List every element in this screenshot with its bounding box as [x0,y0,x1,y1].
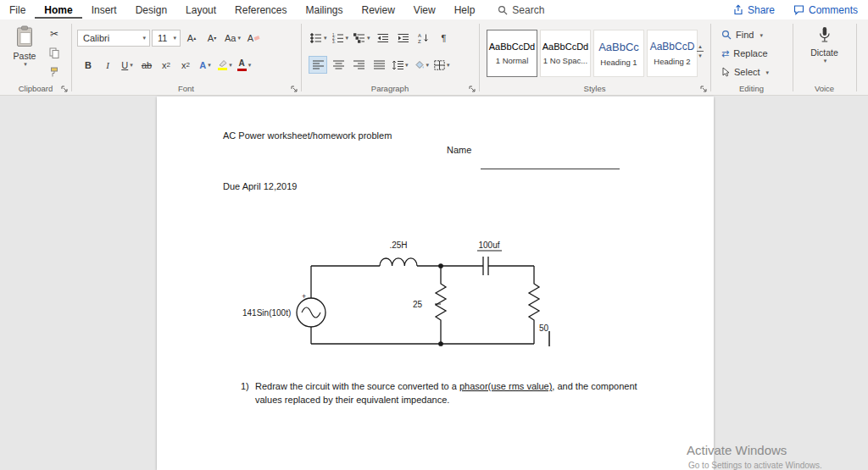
chevron-down-icon: ▾ [367,35,370,41]
tab-help[interactable]: Help [445,1,485,19]
comments-icon [793,4,804,15]
shrink-font-button[interactable]: A▾ [203,29,221,47]
dictate-button[interactable]: Dictate ▾ [810,26,838,64]
paragraph-dialog-launcher-icon[interactable] [469,86,476,92]
doc-name-label: Name [447,145,471,155]
chevron-down-icon: ▾ [760,32,763,38]
gallery-more-bar [697,51,704,52]
clipboard-small-buttons: ✂ [45,25,64,80]
font-dialog-launcher-icon[interactable] [291,86,298,92]
align-left-button[interactable] [309,56,327,74]
clipboard-dialog-launcher-icon[interactable] [61,86,68,92]
styles-more-button[interactable]: ▴ ▾ [694,43,706,59]
source-label: 141Sin(100t) [242,308,291,318]
font-size-value: 11 [158,33,167,43]
shading-button[interactable]: ▾ [412,56,431,74]
font-group-label: Font [71,84,301,93]
tab-design[interactable]: Design [126,1,176,19]
decrease-indent-button[interactable] [374,29,392,47]
voice-group-label: Voice [793,84,856,93]
numbering-button[interactable]: 1.2.3. ▾ [331,29,351,47]
chevron-down-icon: ▾ [237,35,241,41]
dictate-label: Dictate [810,47,838,58]
style-card-no-spacing[interactable]: AaBbCcDd 1 No Spac... [540,30,591,77]
document-area: AC Power worksheet/homework problem Name… [0,97,868,470]
highlight-color-button[interactable]: ▾ [215,56,234,74]
tab-home[interactable]: Home [35,1,81,19]
paragraph-row-2: ▾ ▾ ▾ [309,56,452,74]
comments-button[interactable]: Comments [793,4,858,16]
tab-insert[interactable]: Insert [82,1,126,19]
chevron-down-icon: ▾ [324,35,327,41]
format-painter-button[interactable] [45,64,64,80]
font-group: Calibri ▾ 11 ▾ A▴ A▾ Aa▾ A B I U▾ ab x2 … [71,19,301,95]
search-box[interactable]: Search [498,4,544,16]
multilevel-list-button[interactable]: ▾ [352,29,372,47]
replace-label: Replace [733,48,767,58]
tabbar-right-actions: Share Comments [732,4,868,16]
question-number: 1) [241,381,249,391]
circuit-diagram: .25H 100uf 25 50 141Sin(100t) + [237,235,559,353]
style-card-heading-1[interactable]: AaBbCc Heading 1 [593,30,644,77]
align-right-button[interactable] [349,56,368,74]
font-size-combobox[interactable]: 11 ▾ [152,30,181,47]
sort-button[interactable]: AZ [415,29,433,47]
text-effects-button[interactable]: A▾ [196,56,214,74]
select-cursor-icon [721,67,730,77]
paste-button[interactable]: Paste ▾ [8,24,42,67]
font-name-combobox[interactable]: Calibri ▾ [77,30,150,47]
copy-button[interactable] [45,45,64,61]
microphone-icon [818,26,832,45]
select-label: Select [734,67,760,77]
tab-view[interactable]: View [404,1,445,19]
font-row-2: B I U▾ ab x2 x2 A▾ ▾ A ▾ [79,56,253,74]
underlined-phrase: phasor(use rms value) [459,381,552,391]
justify-button[interactable] [370,56,388,74]
replace-button[interactable]: ⇄ Replace [721,46,769,61]
tab-layout[interactable]: Layout [176,1,225,19]
style-card-normal[interactable]: AaBbCcDd 1 Normal [487,30,537,77]
find-label: Find [736,30,754,40]
line-spacing-button[interactable]: ▾ [390,56,410,74]
document-page[interactable]: AC Power worksheet/homework problem Name… [157,97,714,470]
share-button[interactable]: Share [732,4,775,16]
chevron-down-icon: ▾ [24,61,27,67]
font-name-value: Calibri [83,33,109,43]
italic-button[interactable]: I [98,56,117,74]
style-card-heading-2[interactable]: AaBbCcD Heading 2 [647,30,698,77]
bullets-button[interactable]: ▾ [309,29,329,47]
superscript-button[interactable]: x2 [176,56,195,74]
find-button[interactable]: Find ▾ [721,27,769,42]
paragraph-row-1: ▾ 1.2.3. ▾ ▾ AZ ¶ [309,29,453,47]
show-formatting-marks-button[interactable]: ¶ [435,29,453,47]
paste-label: Paste [14,51,36,61]
strikethrough-button[interactable]: ab [137,56,156,74]
cut-button[interactable]: ✂ [45,25,64,41]
resistor-right-label: 50 [539,323,549,333]
circuit-drawing [297,251,549,346]
subscript-button[interactable]: x2 [157,56,175,74]
tab-review[interactable]: Review [352,1,403,19]
svg-text:3.: 3. [332,40,336,43]
editing-group: Find ▾ ⇄ Replace Select ▾ Editing [710,19,793,95]
chevron-down-icon: ▾ [248,62,252,68]
grow-font-button[interactable]: A▴ [182,29,201,47]
tab-file[interactable]: File [0,1,35,19]
polarity-mark: + [302,292,306,301]
styles-dialog-launcher-icon[interactable] [700,86,707,92]
underline-button[interactable]: U▾ [118,56,136,74]
clear-formatting-button[interactable]: A [244,29,263,47]
chevron-down-icon: ▾ [229,62,232,68]
increase-indent-button[interactable] [394,29,413,47]
tab-references[interactable]: References [225,1,296,19]
group-separator [856,24,857,91]
paste-icon [15,25,34,47]
borders-button[interactable]: ▾ [432,56,452,74]
align-center-button[interactable] [329,56,348,74]
change-case-button[interactable]: Aa▾ [223,29,242,47]
select-button[interactable]: Select ▾ [721,64,769,80]
font-color-button[interactable]: A ▾ [235,56,253,74]
word-window: { "tabbar": { "tabs": ["File", "Home", "… [0,0,868,470]
bold-button[interactable]: B [79,56,97,74]
tab-mailings[interactable]: Mailings [296,1,352,19]
